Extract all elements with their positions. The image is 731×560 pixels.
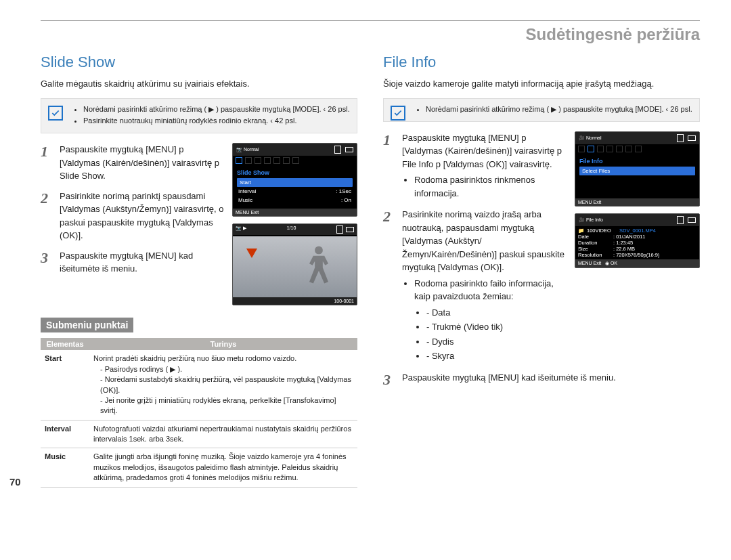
icon-strip [233,156,357,165]
submenu-table: Elementas Turinys Start Norint pradėti s… [41,338,357,487]
page-number: 70 [9,476,21,488]
step-text: Paspauskite mygtuką [MENU] kad išeitumėt… [402,371,700,385]
file-row: 📁 100VIDEO SDV_0001.MP4 [578,228,696,234]
silhouette-icon [303,243,335,290]
step-text: Pasirinkite norimą vaizdo įrašą arba nuo… [402,208,567,364]
row-desc: Norint pradėti skaidrių peržiūrą nuo šiu… [89,350,357,420]
row-name: Music [41,448,89,487]
status-icons [333,146,353,154]
row-desc: Nufotografuoti vaizdai atkuriami nepertr… [89,420,357,448]
th-content: Turinys [89,338,357,350]
menu-exit-bar: MENU Exit ◉ OK [575,259,699,267]
check-icon [391,106,405,121]
check-icon [48,106,63,121]
note-item: Pasirinkite nuotraukų miniatiūrų rodyklė… [83,116,350,126]
icon-strip [575,144,699,154]
left-column: Slide Show Galite mėgautis skaidrių atkū… [41,51,357,488]
note-item: Norėdami pasirinkti atkūrimo režimą ( ▶ … [426,104,692,114]
step-number: 2 [383,209,395,224]
step-number: 3 [41,251,53,265]
step-number: 1 [383,133,395,148]
th-element: Elementas [41,338,89,350]
page-super-title: Sudėtingesnė peržiūra [41,25,700,44]
step-text: Paspauskite mygtuką [MENU] p [Valdymas (… [402,131,567,202]
note-box-right: Norėdami pasirinkti atkūrimo režimą ( ▶ … [383,98,700,122]
step-number: 3 [383,372,395,387]
screen-file-info-detail: 🎥 File Info 📁 100VIDEO SDV_0001.MP4 Date… [575,213,700,268]
counter: 1/10 [287,225,296,234]
note-box-left: Norėdami pasirinkti atkūrimo režimą ( ▶ … [41,98,357,134]
step-text: Paspauskite mygtuką [MENU] kad išeitumėt… [60,249,224,276]
status-icons [675,216,696,224]
step-text: Pasirinkite norimą parinktį spausdami [V… [60,190,224,242]
status-icons [336,225,354,234]
playback-icons: 📷 ▶ [236,225,246,234]
step-number: 2 [41,191,53,206]
step-text: Paspauskite mygtuką [MENU] p [Valdymas (… [60,143,224,183]
menu-exit-bar: MENU Exit [233,209,357,216]
mode-label: 🎥 File Info [579,217,603,223]
submenu-heading: Submeniu punktai [41,318,133,332]
menu-row-start: Start [237,178,353,187]
screens-right-col: 🎥 Normal File Info Select Files MENU Exi… [575,131,700,275]
file-info-heading: File Info [383,53,700,71]
status-icons [675,134,696,142]
slide-show-heading: Slide Show [41,53,357,71]
row-name: Interval [41,420,89,448]
screen-slide-show-menu: 📷 Normal Slide Show Start Interval: 1Sec… [232,143,357,217]
mode-label: 🎥 Normal [579,135,602,141]
menu-title: Slide Show [237,169,353,176]
screen-file-info-menu: 🎥 Normal File Info Select Files MENU Exi… [575,131,700,207]
screen-slide-preview: 📷 ▶ 1/10 100-0001 [232,223,357,305]
right-column: File Info Šioje vaizdo kameroje galite m… [383,51,700,488]
step-number: 1 [41,144,53,159]
note-item: Norėdami pasirinkti atkūrimo režimą ( ▶ … [83,104,350,114]
menu-row-interval: Interval: 1Sec [237,187,353,196]
file-label: 100-0001 [233,297,357,305]
menu-exit-bar: MENU Exit [575,198,699,206]
menu-title: File Info [579,158,695,165]
menu-row-select: Select Files [579,167,695,175]
row-name: Start [41,350,89,420]
mode-label: 📷 Normal [236,147,259,152]
screens-left-col: 📷 Normal Slide Show Start Interval: 1Sec… [232,143,357,312]
slide-show-intro: Galite mėgautis skaidrių atkūrimu su įva… [41,78,357,90]
marker-icon [246,249,257,258]
file-info-intro: Šioje vaizdo kameroje galite matyti info… [383,78,700,90]
menu-row-music: Music: On [237,196,353,204]
row-desc: Galite įjungti arba išjungti foninę muzi… [89,448,357,487]
